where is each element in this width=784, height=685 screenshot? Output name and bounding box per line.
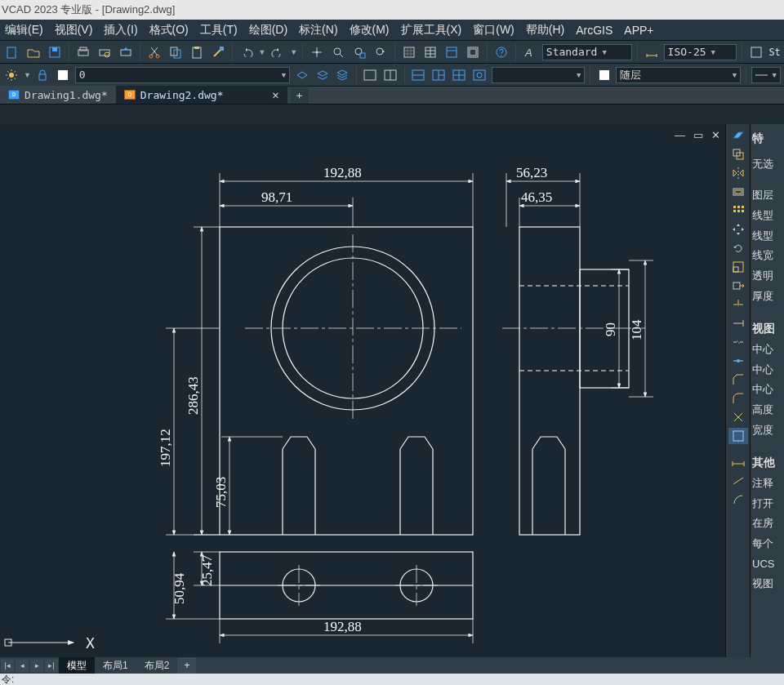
command-line[interactable]: 令:: [0, 674, 784, 685]
layout-nav-first-icon[interactable]: |◂: [1, 659, 14, 672]
vp-3-icon[interactable]: [430, 66, 448, 84]
matchprop-icon[interactable]: [209, 43, 227, 61]
help-icon[interactable]: ?: [492, 43, 510, 61]
layout-tab-1[interactable]: 布局1: [95, 657, 136, 674]
props-item[interactable]: 宽度: [752, 420, 782, 441]
new-icon[interactable]: [3, 43, 21, 61]
undo-icon[interactable]: [238, 43, 256, 61]
copy-icon[interactable]: [167, 43, 185, 61]
zoom-prev-icon[interactable]: [372, 43, 390, 61]
menu-edit[interactable]: 编辑(E): [5, 23, 43, 38]
zoom-rt-icon[interactable]: [329, 43, 347, 61]
save-icon[interactable]: [46, 43, 64, 61]
copy-object-icon[interactable]: [728, 146, 748, 162]
props-item[interactable]: 高度: [752, 400, 782, 420]
layout-tab-model[interactable]: 模型: [59, 657, 95, 674]
rotate-icon[interactable]: [728, 240, 748, 256]
layout-tab-add[interactable]: +: [177, 657, 196, 674]
menu-arcgis[interactable]: ArcGIS: [576, 24, 612, 37]
props-item[interactable]: 中心: [752, 380, 782, 400]
drawing-viewport[interactable]: — ▭ ✕: [0, 124, 725, 657]
fillet-icon[interactable]: [728, 390, 748, 407]
layer-combo[interactable]: 0 ▼: [75, 67, 290, 83]
menu-insert[interactable]: 插入(I): [104, 23, 137, 38]
layout-tab-2[interactable]: 布局2: [136, 657, 178, 674]
layer-tool-2-icon[interactable]: [314, 66, 331, 84]
extend-icon[interactable]: [728, 315, 748, 331]
menu-format[interactable]: 格式(O): [149, 23, 189, 38]
paste-icon[interactable]: [188, 43, 206, 61]
props-item[interactable]: 透明: [752, 266, 782, 287]
style-st-label[interactable]: St: [768, 47, 780, 58]
props-item[interactable]: 每个: [752, 534, 782, 554]
props-item[interactable]: UCS: [752, 554, 782, 575]
table-icon[interactable]: [421, 43, 439, 61]
props-item[interactable]: 注释: [752, 474, 782, 494]
sheet-icon[interactable]: [464, 43, 482, 61]
dim-style-combo[interactable]: ISO-25 ▼: [664, 44, 737, 60]
dimstyle-icon[interactable]: [643, 43, 661, 61]
props-icon[interactable]: [443, 43, 461, 61]
bylayer-color-icon[interactable]: [595, 66, 612, 84]
layer-sun-icon[interactable]: [3, 66, 20, 84]
redo-dropdown-icon[interactable]: ▼: [290, 48, 297, 56]
menu-draw[interactable]: 绘图(D): [249, 23, 287, 38]
props-item[interactable]: 在房: [752, 514, 782, 534]
props-item[interactable]: 线型: [752, 226, 782, 247]
print-preview-icon[interactable]: [96, 43, 114, 61]
layer-color-icon[interactable]: [55, 66, 72, 84]
layout-nav-prev-icon[interactable]: ◂: [16, 659, 29, 672]
join-icon[interactable]: [728, 353, 748, 369]
chamfer-icon[interactable]: [728, 371, 748, 388]
trim-icon[interactable]: [728, 296, 748, 313]
props-item[interactable]: 打开: [752, 494, 782, 514]
menu-tools[interactable]: 工具(T): [200, 23, 238, 38]
menu-modify[interactable]: 修改(M): [350, 23, 390, 38]
stretch-icon[interactable]: [728, 278, 748, 294]
props-item[interactable]: 线宽: [752, 246, 782, 266]
menu-ext[interactable]: 扩展工具(X): [401, 23, 462, 38]
layout-nav-last-icon[interactable]: ▸|: [45, 659, 58, 672]
mirror-icon[interactable]: [728, 165, 748, 181]
eraser-icon[interactable]: [728, 127, 748, 144]
dim-align-icon[interactable]: [728, 473, 748, 489]
props-item[interactable]: 厚度: [752, 287, 782, 307]
new-tab-button[interactable]: ＋: [291, 87, 309, 104]
tab-close-icon[interactable]: ✕: [272, 88, 278, 101]
vp-poly-icon[interactable]: [471, 66, 488, 84]
props-item[interactable]: 中心: [752, 360, 782, 380]
array-icon[interactable]: [728, 202, 748, 219]
layer-tool-1-icon[interactable]: [293, 66, 310, 84]
cut-icon[interactable]: [145, 43, 163, 61]
document-tab[interactable]: D Drawing1.dwg*: [0, 86, 116, 104]
menu-window[interactable]: 窗口(W): [473, 23, 514, 38]
dim-linear-icon[interactable]: [728, 454, 748, 470]
zoom-win-icon[interactable]: [350, 43, 368, 61]
pan-icon[interactable]: [308, 43, 326, 61]
publish-icon[interactable]: [117, 43, 135, 61]
vp-single-icon[interactable]: [362, 66, 379, 84]
props-item[interactable]: 中心: [752, 340, 782, 360]
break-icon[interactable]: [728, 334, 748, 350]
offset-icon[interactable]: [728, 184, 748, 200]
vp-2h-icon[interactable]: [410, 66, 427, 84]
menu-help[interactable]: 帮助(H): [526, 23, 564, 38]
text-style-combo[interactable]: Standard ▼: [542, 44, 632, 60]
scale-icon[interactable]: [728, 259, 748, 275]
props-item[interactable]: 线型: [752, 206, 782, 226]
redo-icon[interactable]: [269, 43, 287, 61]
vp-split-icon[interactable]: [382, 66, 399, 84]
explode-icon[interactable]: [728, 409, 748, 425]
layer-lock-icon[interactable]: [34, 66, 51, 84]
textstyle-icon[interactable]: A: [521, 43, 539, 61]
print-icon[interactable]: [74, 43, 92, 61]
dim-arc-icon[interactable]: [728, 492, 748, 508]
menu-appplus[interactable]: APP+: [624, 24, 653, 37]
vp-4-icon[interactable]: [451, 66, 468, 84]
document-tab-active[interactable]: D Drawing2.dwg* ✕: [116, 86, 287, 104]
layer-sun-dropdown-icon[interactable]: ▼: [24, 71, 31, 79]
menu-view[interactable]: 视图(V): [55, 23, 93, 38]
menu-dim[interactable]: 标注(N): [299, 23, 337, 38]
lineweight-combo[interactable]: ▼: [751, 67, 781, 83]
grid-icon[interactable]: [400, 43, 418, 61]
